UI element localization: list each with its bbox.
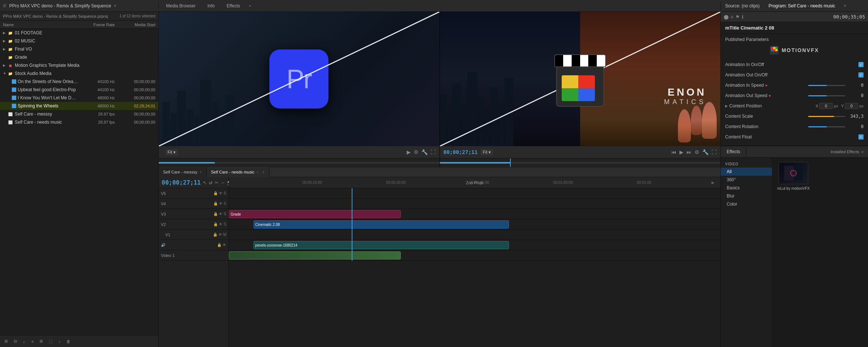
param-anim-in-checkbox[interactable]: ✓ (858, 62, 864, 67)
freeform-view-button[interactable]: ⬚ (47, 338, 54, 344)
track-clip-video1[interactable] (229, 251, 401, 260)
effects-controls-icon[interactable]: ⬤ (724, 14, 728, 20)
col-start-header[interactable]: Media Start (115, 23, 155, 27)
list-item[interactable]: ▶ 📁 Final VO (0, 45, 158, 53)
list-item[interactable]: ▶ 📁 01 FOOTAGE (0, 29, 158, 37)
track-solo-icon[interactable]: S (224, 222, 226, 226)
program-sequence-label: Zoo Proje (466, 181, 483, 185)
transport-prev[interactable]: ⏮ (671, 149, 676, 155)
sort-button[interactable]: ↕ (57, 339, 62, 344)
content-scale-slider[interactable] (808, 116, 845, 117)
find-button[interactable]: ⌕ (21, 339, 27, 344)
razor-tool-icon[interactable]: ✂ (215, 180, 218, 185)
track-lock-icon[interactable]: 🔒 (213, 202, 218, 206)
timeline-nav-arrow[interactable]: ▶ (712, 181, 714, 185)
list-item[interactable]: ▼ 📁 Stock Audio Media (0, 69, 158, 78)
tab-close-icon[interactable]: × (200, 170, 202, 174)
track-eye-icon[interactable]: 👁 (218, 233, 222, 237)
program-wrench-icon[interactable]: 🔧 (702, 149, 709, 155)
track-lock-icon[interactable]: 🔒 (213, 222, 218, 226)
effect-card-mlut[interactable]: mLut by motionVFX (777, 162, 810, 190)
list-item[interactable]: On the Streets of New Orleans Again 4410… (0, 78, 158, 86)
x-input[interactable] (819, 103, 833, 109)
param-anim-out-checkbox[interactable]: ✓ (858, 72, 864, 78)
effects-basics-item[interactable]: Basics (721, 184, 772, 192)
tab-menu-icon[interactable]: ≡ (262, 170, 265, 174)
new-item-button[interactable]: ⊟ (12, 338, 18, 344)
tab-music-close-icon[interactable]: × (256, 170, 259, 174)
effects-info-icon[interactable]: ℹ (742, 14, 744, 20)
effects-color-item[interactable]: Color (721, 200, 772, 208)
track-eye-icon[interactable]: 👁 (219, 212, 223, 216)
track-eye-icon[interactable]: 👁 (219, 191, 223, 195)
media-browser-tab[interactable]: Media Browser (163, 2, 199, 10)
effects-360-item[interactable]: 360° (721, 176, 772, 184)
effects-list-icon[interactable]: ≡ (731, 14, 733, 20)
info-tab[interactable]: Info (204, 2, 218, 10)
list-view-button[interactable]: ≡ (30, 339, 35, 344)
ripple-tool-icon[interactable]: ⇄ (209, 180, 213, 185)
program-fullscreen-button[interactable]: ⛶ (712, 149, 717, 155)
effects-blur-item[interactable]: Blur (721, 192, 772, 200)
list-item[interactable]: I Know You Won't Let Me Down 48000 Hz 00… (0, 94, 158, 102)
col-fps-header[interactable]: Frame Rate (78, 23, 115, 27)
track-solo-icon[interactable]: S (224, 191, 226, 195)
timeline-tab-music[interactable]: Self Care - needs music × ≡ (207, 167, 269, 177)
param-content-float-checkbox[interactable]: ✓ (858, 134, 864, 140)
new-bin-button[interactable]: ⊞ (3, 338, 9, 344)
effects-flag-icon[interactable]: ⚑ (736, 14, 740, 20)
timeline-tab-messy[interactable]: Self Care - messsy × (159, 167, 207, 177)
fit-dropdown[interactable]: Fit ▾ (165, 149, 178, 155)
list-item[interactable]: ▶ 📁 02 MUSIC (0, 37, 158, 45)
track-solo-icon[interactable]: S (224, 202, 226, 206)
delete-button[interactable]: 🗑 (65, 339, 72, 344)
anim-out-speed-slider[interactable] (808, 95, 845, 96)
track-mute-icon[interactable]: M (223, 233, 226, 237)
track-lock-icon[interactable]: 🔒 (213, 212, 218, 216)
track-solo-icon[interactable]: S (224, 212, 226, 216)
panel-options-icon[interactable]: ≡ (114, 4, 116, 8)
track-clip-grade[interactable]: Grade (229, 210, 401, 218)
list-item[interactable]: ▶ ⬜ Self Care - needs music 29.97 fps 00… (0, 118, 158, 126)
transport-next[interactable]: ⏭ (686, 149, 692, 155)
content-rotation-slider[interactable] (808, 126, 845, 127)
list-item[interactable]: ▶ ◼ Motion Graphics Template Media (0, 61, 158, 69)
program-settings-icon[interactable]: ⚙ (695, 149, 699, 155)
track-lock-icon[interactable]: 🔒 (213, 233, 217, 237)
settings-icon[interactable]: ⚙ (414, 149, 418, 155)
panel-menu-icon[interactable]: ☰ (3, 4, 6, 8)
track-clip-pexels[interactable]: pexels-zoosnow-1680214 (254, 241, 509, 249)
program-menu-icon[interactable]: ≡ (844, 4, 846, 8)
effects-tab-label[interactable]: Effects (721, 146, 746, 157)
list-item[interactable]: 📁 Grade (0, 53, 158, 61)
expand-icon[interactable]: ▶ (725, 104, 728, 108)
effects-all-item[interactable]: All (721, 168, 772, 176)
installed-effects-menu[interactable]: ≡ (861, 150, 864, 154)
track-eye-icon[interactable]: 👁 (219, 222, 223, 226)
transport-play[interactable]: ▶ (679, 149, 683, 155)
track-eye-icon[interactable]: 👁 (223, 243, 226, 247)
y-input[interactable] (845, 103, 858, 109)
icon-view-button[interactable]: ⊞ (38, 338, 44, 344)
list-item[interactable]: Upbeat feel good Electro-Pop 44100 Hz 00… (0, 86, 158, 94)
program-monitor-timeline[interactable] (440, 158, 721, 167)
selection-tool-icon[interactable]: ↖ (203, 180, 207, 185)
program-fit-dropdown[interactable]: Fit ▾ (480, 149, 493, 155)
anim-in-speed-slider[interactable] (808, 85, 845, 86)
effects-tab[interactable]: Effects (224, 2, 243, 10)
y-field: Y px (841, 103, 864, 109)
program-tab[interactable]: Program: Self Care - needs music (765, 2, 838, 10)
track-clip-cinematic[interactable]: Cinematic 2.08 (254, 220, 509, 229)
source-monitor-timeline[interactable] (159, 158, 440, 167)
more-tabs-icon[interactable]: » (249, 4, 251, 8)
fullscreen-button[interactable]: ⛶ (431, 149, 436, 155)
list-item[interactable]: Spinning the Wheels 48000 Hz 02;29;24;01 (0, 102, 158, 110)
list-item[interactable]: ▶ ⬜ Self Care - messsy 29.97 fps 00;00;0… (0, 110, 158, 118)
track-eye-icon[interactable]: 👁 (219, 202, 223, 206)
wrench-icon[interactable]: 🔧 (421, 149, 428, 155)
track-lock-icon[interactable]: 🔒 (213, 191, 218, 195)
play-button[interactable]: ▶ (407, 149, 411, 155)
slip-tool-icon[interactable]: ↔ (221, 180, 225, 185)
mg-template-name: Motion Graphics Template Media (15, 63, 155, 68)
track-lock-icon[interactable]: 🔒 (217, 243, 221, 247)
